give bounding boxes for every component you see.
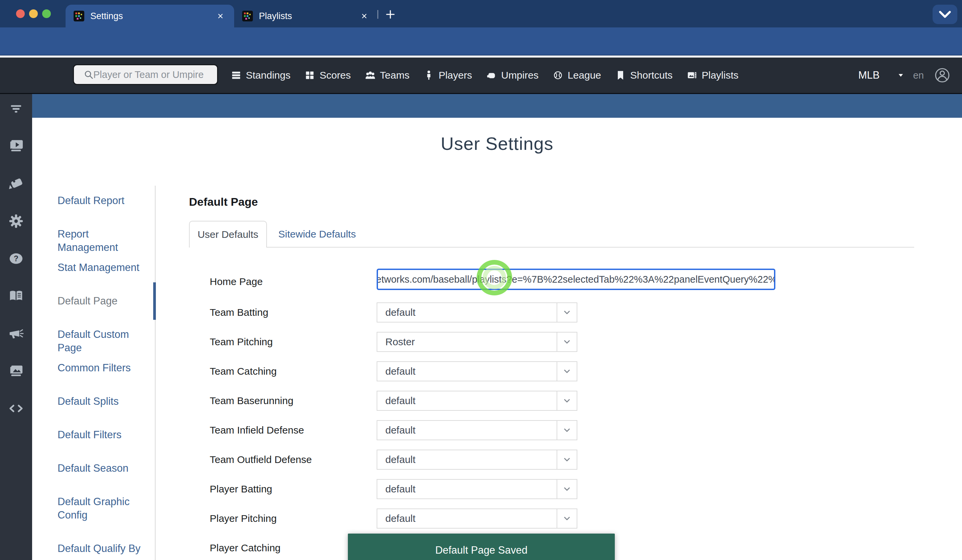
- browser-tab-settings[interactable]: Settings: [66, 5, 234, 27]
- nav-item-label: Teams: [380, 69, 409, 81]
- new-tab-button[interactable]: [384, 8, 397, 21]
- nav-item-label: Shortcuts: [630, 69, 673, 81]
- tab-divider: [377, 10, 378, 19]
- page-title: User Settings: [32, 133, 962, 154]
- select-team-baserunning[interactable]: default: [377, 391, 577, 411]
- chevron-down-icon: [557, 509, 577, 528]
- players-icon: [423, 70, 434, 81]
- league-selector[interactable]: MLB: [858, 69, 896, 81]
- tags-icon[interactable]: [8, 176, 24, 191]
- form-row-label: Team Infield Defense: [210, 423, 304, 437]
- select-value: default: [385, 483, 415, 495]
- select-team-infield-defense[interactable]: default: [377, 420, 577, 440]
- settings-menu-item-default-filters[interactable]: Default Filters: [58, 428, 152, 442]
- nav-item-playlists[interactable]: Playlists: [687, 69, 739, 81]
- user-account-icon[interactable]: [934, 67, 951, 84]
- browser-tab-playlists[interactable]: Playlists: [234, 5, 378, 27]
- form-row-label: Player Catching: [210, 541, 281, 555]
- tab-favicon-icon: [74, 11, 84, 21]
- close-tab-icon[interactable]: [358, 10, 370, 22]
- form-row-label: Team Outfield Defense: [210, 452, 312, 467]
- settings-menu-item-default-custom-page[interactable]: Default Custom Page: [58, 328, 152, 355]
- nav-item-players[interactable]: Players: [423, 69, 472, 81]
- settings-menu-item-default-qualify-by[interactable]: Default Qualify By: [58, 542, 152, 555]
- select-value: Roster: [385, 336, 415, 348]
- settings-menu-item-default-page[interactable]: Default Page: [58, 294, 152, 308]
- zoom-window-button[interactable]: [42, 10, 51, 18]
- tab-sitewide-defaults[interactable]: Sitewide Defaults: [270, 221, 364, 247]
- form-row-label: Player Pitching: [210, 511, 277, 526]
- tab-search-button[interactable]: [933, 5, 957, 24]
- select-team-pitching[interactable]: Roster: [377, 332, 577, 352]
- filter-lines-icon[interactable]: [8, 101, 24, 116]
- nav-item-label: Players: [439, 69, 472, 81]
- nav-item-label: Umpires: [501, 69, 539, 81]
- settings-menu-item-report-management[interactable]: Report Management: [58, 228, 152, 254]
- chevron-down-icon: [557, 421, 577, 440]
- gear-icon[interactable]: [8, 213, 24, 229]
- select-value: default: [385, 424, 415, 436]
- settings-menu-item-default-splits[interactable]: Default Splits: [58, 395, 152, 408]
- nav-item-standings[interactable]: Standings: [231, 69, 291, 81]
- app-window: SettingsPlaylists mlbdemo.trumedianetwor…: [0, 0, 962, 560]
- nav-item-shortcuts[interactable]: Shortcuts: [615, 69, 673, 81]
- browser-tabstrip: SettingsPlaylists: [0, 0, 962, 27]
- book-icon[interactable]: [8, 288, 24, 304]
- nav-item-league[interactable]: League: [553, 69, 601, 81]
- nav-item-scores[interactable]: Scores: [304, 69, 350, 81]
- nav-item-label: Scores: [320, 69, 350, 81]
- select-value: default: [385, 513, 415, 524]
- settings-menu-divider: [155, 186, 155, 560]
- form-row-label: Team Pitching: [210, 334, 273, 349]
- section-title: Default Page: [189, 195, 258, 208]
- tab-user-defaults[interactable]: User Defaults: [189, 221, 267, 247]
- select-value: default: [385, 366, 415, 377]
- teams-icon: [365, 70, 376, 81]
- page-header-bar: [32, 94, 962, 118]
- home-page-input[interactable]: etworks.com/baseball/playlists?e=%7B%22s…: [377, 269, 775, 290]
- settings-menu-item-default-season[interactable]: Default Season: [58, 462, 152, 475]
- close-tab-icon[interactable]: [215, 10, 226, 22]
- home-page-input-value: etworks.com/baseball/playlists?e=%7B%22s…: [377, 274, 775, 285]
- chevron-down-icon: [557, 480, 577, 499]
- search-icon: [79, 69, 89, 80]
- caret-down-icon: [888, 72, 896, 79]
- nav-item-umpires[interactable]: Umpires: [486, 69, 539, 81]
- global-search: [73, 64, 218, 85]
- settings-menu-item-stat-management[interactable]: Stat Management: [58, 261, 152, 274]
- megaphone-icon[interactable]: [8, 326, 24, 341]
- nav-item-label: Standings: [246, 69, 291, 81]
- nav-item-label: Playlists: [702, 69, 739, 81]
- language-toggle[interactable]: en: [913, 70, 924, 81]
- chevron-down-icon: [557, 303, 577, 322]
- settings-menu-item-default-graphic-config[interactable]: Default Graphic Config: [58, 495, 152, 522]
- search-input[interactable]: [93, 69, 207, 80]
- help-icon[interactable]: ?: [8, 251, 24, 266]
- settings-menu-item-default-report[interactable]: Default Report: [58, 194, 152, 207]
- browser-toolbar: mlbdemo.trumedianetworks.com/baseball/se…: [0, 27, 962, 55]
- select-team-outfield-defense[interactable]: default: [377, 450, 577, 470]
- click-indicator-inner: [483, 266, 506, 289]
- code-icon[interactable]: [8, 401, 24, 416]
- select-team-catching[interactable]: default: [377, 361, 577, 381]
- window-controls: [16, 10, 51, 18]
- select-team-batting[interactable]: default: [377, 302, 577, 323]
- nav-item-teams[interactable]: Teams: [365, 69, 409, 81]
- tab-title: Playlists: [259, 11, 292, 21]
- close-window-button[interactable]: [16, 10, 25, 18]
- select-player-pitching[interactable]: default: [377, 508, 577, 529]
- select-value: default: [385, 395, 415, 407]
- toast-message: Default Page Saved: [435, 544, 528, 560]
- image-library-icon[interactable]: [8, 363, 24, 379]
- site-header: TRUMEDIA StandingsScoresTeamsPlayersUmpi…: [0, 58, 962, 94]
- minimize-window-button[interactable]: [29, 10, 38, 18]
- shortcuts-icon: [615, 70, 626, 81]
- form-row-label: Team Batting: [210, 305, 268, 320]
- video-library-icon[interactable]: [8, 139, 24, 154]
- settings-menu-item-common-filters[interactable]: Common Filters: [58, 361, 152, 375]
- active-menu-indicator: [153, 282, 156, 320]
- select-player-batting[interactable]: default: [377, 479, 577, 499]
- chevron-down-icon: [557, 362, 577, 381]
- form-row-label: Player Batting: [210, 482, 272, 496]
- scores-icon: [304, 70, 315, 81]
